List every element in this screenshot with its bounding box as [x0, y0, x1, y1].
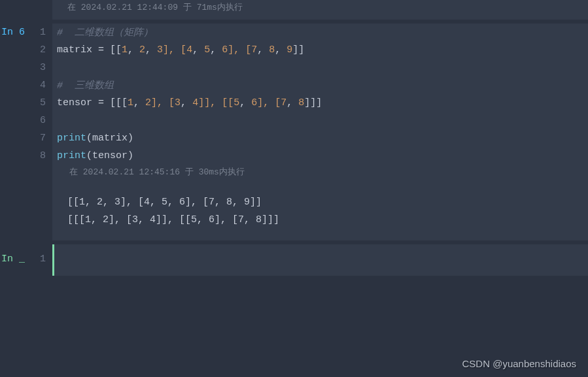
code-cell-6: In 6 1 2 3 4 5 6 7 8 # 二维数组（矩阵） matrix =…	[0, 24, 588, 182]
empty-code-cell: In _ 1	[0, 244, 588, 276]
output-block: [[1, 2, 3], [4, 5, 6], [7, 8, 9]] [[[1, …	[52, 182, 588, 240]
cell-prompt: In 6	[0, 24, 33, 182]
watermark: CSDN @yuanbenshidiaos	[462, 358, 577, 369]
line-numbers: 1 2 3 4 5 6 7 8	[33, 24, 52, 182]
code-line: print(matrix)	[54, 133, 133, 144]
code-line: tensor = [[[1, 2], [3, 4]], [[5, 6], [7,…	[54, 97, 322, 108]
prev-exec-info: 在 2024.02.21 12:44:09 于 71ms内执行	[52, 0, 588, 20]
code-line: matrix = [[1, 2, 3], [4, 5, 6], [7, 8, 9…	[54, 44, 304, 56]
code-line: print(tensor)	[54, 150, 133, 161]
code-editor-active[interactable]	[52, 244, 588, 276]
output-line: [[1, 2, 3], [4, 5, 6], [7, 8, 9]]	[67, 193, 588, 211]
code-editor[interactable]: # 二维数组（矩阵） matrix = [[1, 2, 3], [4, 5, 6…	[52, 24, 588, 182]
exec-info: 在 2024.02.21 12:45:16 于 30ms内执行	[54, 165, 588, 182]
output-line: [[[1, 2], [3, 4]], [[5, 6], [7, 8]]]	[67, 211, 588, 229]
cell-prompt-active: In _	[0, 244, 33, 276]
comment-line: # 三维数组	[54, 79, 114, 91]
line-numbers: 1	[33, 244, 52, 276]
comment-line: # 二维数组（矩阵）	[54, 26, 153, 39]
